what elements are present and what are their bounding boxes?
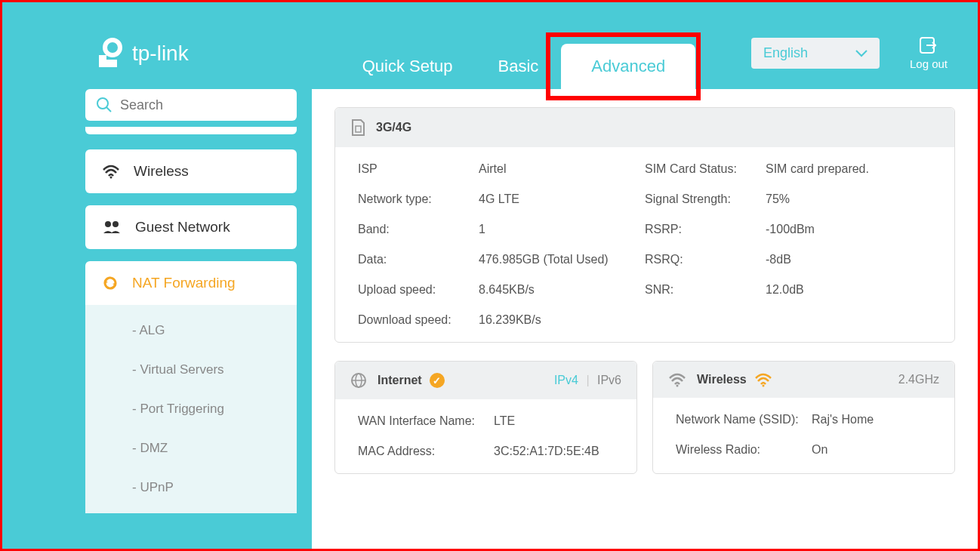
users-icon xyxy=(102,220,122,235)
panel-header-internet: Internet IPv4 | IPv6 xyxy=(335,362,636,399)
upload-value: 8.645KB/s xyxy=(479,283,535,297)
svg-rect-1 xyxy=(99,55,106,67)
sidebar: Wireless Guest Network NAT Forwarding - … xyxy=(85,89,297,549)
panel-header-wireless: Wireless 2.4GHz xyxy=(653,362,954,398)
logout-icon xyxy=(919,36,938,54)
sub-item-upnp[interactable]: - UPnP xyxy=(85,468,297,507)
mac-label: MAC Address: xyxy=(358,445,494,458)
sim-status-value: SIM card prepared. xyxy=(766,162,869,176)
sidebar-label: Wireless xyxy=(134,163,189,180)
wifi-icon xyxy=(102,164,120,179)
sidebar-item-nat-forwarding[interactable]: NAT Forwarding xyxy=(85,261,297,305)
wifi-icon xyxy=(668,372,686,387)
rsrq-value: -8dB xyxy=(766,253,791,266)
svg-rect-2 xyxy=(106,60,117,67)
sidebar-label: Guest Network xyxy=(135,219,230,235)
svg-point-0 xyxy=(105,40,120,55)
sub-item-alg[interactable]: - ALG xyxy=(85,311,297,350)
brand-logo: tp-link xyxy=(93,37,189,70)
panel-title: Internet xyxy=(378,374,422,387)
data-label: Data: xyxy=(358,253,479,266)
chevron-down-icon xyxy=(855,50,868,57)
rsrp-label: RSRP: xyxy=(645,223,766,236)
snr-label: SNR: xyxy=(645,283,766,297)
download-value: 16.239KB/s xyxy=(479,313,541,327)
ipv4-link[interactable]: IPv4 xyxy=(554,374,578,386)
svg-point-6 xyxy=(110,177,112,179)
search-icon xyxy=(96,97,112,113)
tab-quick-setup[interactable]: Quick Setup xyxy=(340,44,476,89)
globe-icon xyxy=(350,372,367,389)
ip-version-toggle: IPv4 | IPv6 xyxy=(554,374,621,387)
band-label: Band: xyxy=(358,223,479,236)
network-type-value: 4G LTE xyxy=(479,192,519,206)
svg-point-14 xyxy=(762,385,764,387)
panel-header-3g4g: 3G/4G xyxy=(335,108,954,147)
radio-label: Wireless Radio: xyxy=(676,443,812,457)
panel-internet: Internet IPv4 | IPv6 WAN Interface Name:… xyxy=(334,361,637,474)
main-content: 3G/4G ISPAirtel SIM Card Status:SIM card… xyxy=(312,89,978,549)
svg-point-13 xyxy=(676,385,679,387)
signal-value: 75% xyxy=(766,192,790,206)
highlight-box xyxy=(546,32,701,100)
panel-title: Wireless xyxy=(697,373,747,386)
ssid-label: Network Name (SSID): xyxy=(676,413,812,426)
sub-item-port-triggering[interactable]: - Port Triggering xyxy=(85,389,297,429)
download-label: Download speed: xyxy=(358,313,479,327)
isp-value: Airtel xyxy=(479,162,506,176)
network-type-label: Network type: xyxy=(358,192,479,206)
divider: | xyxy=(586,374,589,386)
wan-value: LTE xyxy=(494,414,515,428)
panel-3g4g: 3G/4G ISPAirtel SIM Card Status:SIM card… xyxy=(334,107,955,343)
search-input[interactable] xyxy=(120,97,286,113)
sidebar-item-wireless[interactable]: Wireless xyxy=(85,149,297,193)
band-value: 1 xyxy=(479,223,485,236)
data-value: 476.985GB (Total Used) xyxy=(479,253,609,266)
sim-status-label: SIM Card Status: xyxy=(645,162,766,176)
logout-button[interactable]: Log out xyxy=(910,36,948,70)
ipv6-link[interactable]: IPv6 xyxy=(597,374,621,386)
sub-item-virtual-servers[interactable]: - Virtual Servers xyxy=(85,350,297,389)
rsrq-label: RSRQ: xyxy=(645,253,766,266)
ssid-value: Raj's Home xyxy=(812,413,874,426)
refresh-icon xyxy=(102,275,119,291)
nat-sub-items: - ALG - Virtual Servers - Port Triggerin… xyxy=(85,305,297,513)
brand-text: tp-link xyxy=(132,42,189,66)
signal-label: Signal Strength: xyxy=(645,192,766,206)
svg-line-5 xyxy=(106,107,111,112)
radio-value: On xyxy=(812,443,827,457)
status-ok-icon xyxy=(430,373,445,388)
wifi-gold-icon xyxy=(754,372,772,387)
upload-label: Upload speed: xyxy=(358,283,479,297)
svg-point-8 xyxy=(112,221,119,227)
language-value: English xyxy=(763,45,808,61)
sub-item-dmz[interactable]: - DMZ xyxy=(85,429,297,468)
sidebar-item-guest-network[interactable]: Guest Network xyxy=(85,205,297,249)
search-box[interactable] xyxy=(85,89,297,121)
wireless-band[interactable]: 2.4GHz xyxy=(898,373,939,386)
logout-label: Log out xyxy=(910,57,948,70)
svg-rect-9 xyxy=(356,126,361,132)
rsrp-value: -100dBm xyxy=(766,223,815,236)
header: tp-link Quick Setup Basic Advanced Engli… xyxy=(2,2,978,89)
tplink-logo-icon xyxy=(93,37,126,70)
sidebar-label: NAT Forwarding xyxy=(132,275,236,291)
panel-title: 3G/4G xyxy=(376,121,411,134)
svg-point-4 xyxy=(97,98,108,109)
snr-value: 12.0dB xyxy=(766,283,804,297)
mac-value: 3C:52:A1:7D:5E:4B xyxy=(494,445,599,458)
language-select[interactable]: English xyxy=(751,38,880,69)
isp-label: ISP xyxy=(358,162,479,176)
sim-icon xyxy=(350,119,365,137)
panel-wireless: Wireless 2.4GHz Network Name (SSID):Raj'… xyxy=(652,361,955,474)
svg-point-7 xyxy=(105,221,111,227)
wan-label: WAN Interface Name: xyxy=(358,414,494,428)
sidebar-prev-item-sliver xyxy=(85,127,297,134)
